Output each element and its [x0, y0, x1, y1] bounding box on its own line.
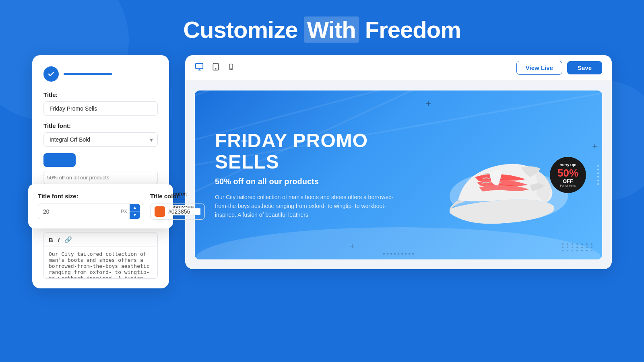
- font-color-card-label: Title color:: [150, 193, 205, 200]
- device-icon-group: [195, 62, 234, 73]
- horizontal-dots-decoration: [383, 253, 414, 255]
- text-content-area[interactable]: Our City tailored collection of man's bo…: [43, 247, 158, 279]
- view-live-button[interactable]: View Live: [516, 61, 562, 75]
- save-button[interactable]: Save: [567, 61, 602, 74]
- editor-card: Title: Title font: Integral Crf Bold ▾ 5…: [32, 55, 169, 288]
- svg-rect-0: [196, 64, 203, 69]
- bold-button[interactable]: B: [49, 236, 53, 243]
- title-color-input[interactable]: [150, 204, 205, 220]
- badge-off-text: OFF: [563, 178, 573, 184]
- desktop-icon[interactable]: [195, 62, 204, 73]
- preview-panel: View Live Save + + +: [185, 55, 612, 269]
- banner-text-content: FRIDAY PROMO SELLS 50% off on all our pr…: [195, 114, 419, 236]
- font-select-wrapper: Integral Crf Bold ▾: [43, 132, 158, 147]
- title-color-hex[interactable]: [168, 208, 200, 215]
- dots-pattern-decoration: [562, 243, 594, 251]
- editor-header: [43, 66, 158, 82]
- text-editor-toolbar: B I 🔗: [43, 232, 158, 247]
- title-increment-btn[interactable]: ▲: [130, 204, 140, 212]
- badge-percent-text: 50%: [557, 168, 578, 178]
- font-field-label: Title font:: [43, 122, 158, 129]
- promo-badge: Hurry Up! 50% OFF For All Items: [550, 157, 586, 193]
- preview-content: + + + FRIDAY PROMO SELLS 50% off on all …: [185, 81, 612, 269]
- banner-body-text: Our City tailored collection of man's bo…: [215, 193, 399, 220]
- italic-button[interactable]: I: [58, 236, 60, 243]
- promo-banner: + + + FRIDAY PROMO SELLS 50% off on all …: [195, 90, 602, 259]
- title-px-label: PX: [118, 209, 130, 214]
- preview-header: View Live Save: [185, 55, 612, 81]
- font-size-card: Title font size: PX ▲ ▼ Title color:: [28, 184, 173, 228]
- title-color-swatch: [155, 206, 165, 217]
- font-size-card-title-label: Title font size:: [38, 193, 140, 200]
- tablet-icon[interactable]: [212, 62, 220, 73]
- subtitle-preview: 50% off on all our products: [43, 171, 158, 184]
- mobile-icon[interactable]: [228, 62, 234, 73]
- badge-hurry-text: Hurry Up!: [559, 163, 576, 167]
- vertical-dots-decoration: [597, 165, 599, 185]
- title-stepper: ▲ ▼: [130, 204, 140, 219]
- title-input[interactable]: [43, 101, 158, 116]
- header-line-decoration: [64, 73, 112, 75]
- preview-actions: View Live Save: [516, 61, 602, 75]
- link-button[interactable]: 🔗: [64, 236, 72, 243]
- title-field-label: Title:: [43, 91, 158, 98]
- banner-title: FRIDAY PROMO SELLS: [215, 130, 399, 173]
- title-font-size-input[interactable]: PX ▲ ▼: [38, 204, 140, 219]
- page-title: Customize With Freedom: [0, 0, 644, 43]
- title-size-value[interactable]: [38, 205, 118, 218]
- scrollbar-indicator: [171, 87, 172, 119]
- banner-subtitle: 50% off on all our products: [215, 177, 399, 186]
- font-select[interactable]: Integral Crf Bold: [43, 132, 158, 147]
- svg-point-4: [215, 68, 216, 69]
- svg-point-6: [231, 68, 231, 68]
- action-button[interactable]: [43, 153, 76, 167]
- badge-items-text: For All Items: [560, 184, 576, 187]
- check-icon: [43, 66, 59, 82]
- title-decrement-btn[interactable]: ▼: [130, 212, 140, 219]
